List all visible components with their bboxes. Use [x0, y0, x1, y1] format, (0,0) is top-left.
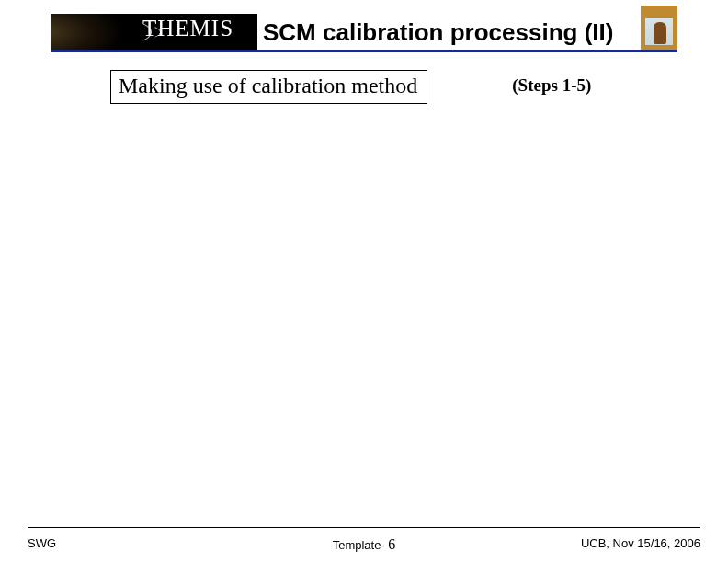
logo-text: THEMIS — [142, 16, 233, 41]
page-number: 6 — [388, 536, 395, 552]
content-area: Making use of calibration method (Steps … — [51, 70, 677, 104]
footer: SWG Template- 6 UCB, Nov 15/16, 2006 — [28, 536, 700, 550]
header-divider — [51, 50, 677, 52]
header: THEMIS SCM calibration processing (II) — [51, 9, 677, 55]
subheading-text: Making use of calibration method — [119, 74, 417, 98]
footer-right: UCB, Nov 15/16, 2006 — [581, 536, 700, 550]
footer-left: SWG — [28, 536, 56, 550]
steps-label: (Steps 1-5) — [512, 75, 591, 96]
slide: THEMIS SCM calibration processing (II) M… — [0, 0, 728, 563]
slide-title: SCM calibration processing (II) — [263, 18, 613, 47]
themis-badge-icon — [641, 6, 677, 50]
badge-figure — [654, 22, 666, 44]
footer-center: Template- 6 — [333, 536, 396, 553]
themis-logo: THEMIS — [51, 14, 257, 51]
footer-center-prefix: Template- — [333, 538, 389, 552]
subheading-row: Making use of calibration method (Steps … — [51, 70, 677, 104]
subheading-box: Making use of calibration method — [110, 70, 427, 104]
footer-divider — [28, 527, 700, 528]
